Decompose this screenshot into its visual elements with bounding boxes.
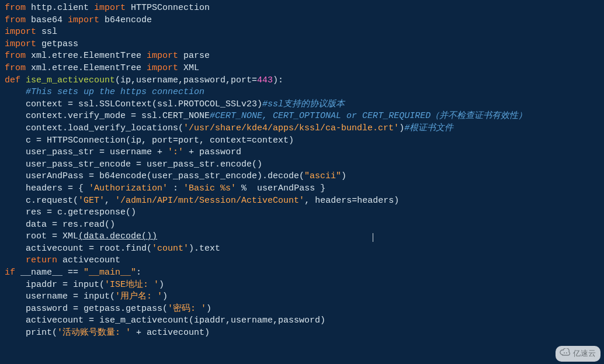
- code-line[interactable]: activecount = ise_m_activecount(ipaddr,u…: [5, 315, 599, 327]
- code-token: context.verify_mode = ssl.CERT_NONE: [26, 111, 210, 121]
- code-line[interactable]: print('活动账号数量: ' + activecount): [5, 327, 599, 339]
- code-token: username = input(: [26, 292, 115, 301]
- code-token: 'ISE地址: ': [105, 280, 159, 290]
- code-line[interactable]: context = ssl.SSLContext(ssl.PROTOCOL_SS…: [5, 99, 599, 111]
- code-line[interactable]: return activecount: [5, 255, 599, 267]
- code-token: #根证书文件: [404, 123, 453, 133]
- code-editor[interactable]: from http.client import HTTPSConnectionf…: [0, 0, 604, 342]
- code-token: password = getpass.getpass(: [26, 304, 168, 314]
- code-token: base64: [26, 15, 68, 25]
- code-line[interactable]: userAndPass = b64encode(user_pass_str_en…: [5, 171, 599, 183]
- code-token: ): [399, 123, 404, 133]
- code-token: from: [5, 63, 26, 73]
- svg-point-1: [566, 352, 567, 353]
- code-token: ).text: [189, 244, 220, 254]
- code-token: (ip,username,password,port=: [115, 75, 257, 85]
- code-token: 'count': [152, 244, 189, 254]
- code-token: '/admin/API/mnt/Session/ActiveCount': [115, 196, 304, 206]
- code-line[interactable]: headers = { 'Authorization' : 'Basic %s'…: [5, 183, 599, 195]
- code-line[interactable]: if __name__ == "__main__":: [5, 267, 599, 279]
- code-token: '活动账号数量: ': [57, 328, 131, 338]
- code-line[interactable]: user_pass_str_encode = user_pass_str.enc…: [5, 159, 599, 171]
- code-token: user_pass_str = username +: [26, 147, 168, 157]
- code-token: ): [159, 280, 164, 290]
- code-token: "__main__": [84, 268, 136, 278]
- code-token: from: [5, 3, 26, 13]
- code-token: :: [168, 183, 183, 193]
- code-line[interactable]: password = getpass.getpass('密码: '): [5, 303, 599, 316]
- code-token: ,: [105, 196, 115, 206]
- code-token: context.load_verify_locations(: [26, 123, 183, 133]
- code-token: c.request(: [26, 196, 78, 206]
- code-token: ipaddr = input(: [26, 280, 105, 290]
- code-line[interactable]: from http.client import HTTPSConnection: [5, 2, 599, 15]
- code-line[interactable]: context.load_verify_locations('/usr/shar…: [5, 123, 599, 135]
- code-token: if: [5, 268, 15, 278]
- code-line[interactable]: user_pass_str = username + ':' + passwor…: [5, 147, 599, 159]
- code-token: c = HTTPSConnection(ip, port=port, conte…: [26, 136, 294, 145]
- code-token: HTTPSConnection: [126, 3, 210, 13]
- code-token: user_pass_str_encode = user_pass_str.enc…: [26, 160, 262, 169]
- text-cursor: [373, 233, 374, 242]
- code-token: import: [94, 3, 126, 13]
- code-line[interactable]: c = HTTPSConnection(ip, port=port, conte…: [5, 135, 599, 147]
- svg-point-0: [564, 352, 565, 353]
- code-token: import: [68, 15, 99, 25]
- code-token: ':': [168, 147, 183, 157]
- code-token: xml.etree.ElementTree: [26, 51, 147, 61]
- code-token: http.client: [26, 3, 94, 13]
- code-token: #CERT_NONE, CERT_OPTIONAL or CERT_REQUIR…: [210, 111, 527, 121]
- watermark-badge: 亿速云: [556, 346, 600, 362]
- code-token: import: [5, 27, 36, 37]
- code-token: res = c.getresponse(): [26, 207, 136, 217]
- code-token: ise_m_activecount: [26, 75, 115, 85]
- code-token: ssl: [36, 27, 57, 37]
- code-token: 'Authorization': [89, 183, 168, 193]
- code-token: 'GET': [78, 196, 105, 206]
- code-token: ): [341, 171, 346, 181]
- code-token: ): [206, 304, 211, 314]
- code-token: import: [5, 39, 36, 49]
- code-line[interactable]: import ssl: [5, 26, 599, 39]
- watermark-text: 亿速云: [573, 348, 596, 360]
- code-token: activecount = root.find(: [26, 244, 152, 254]
- code-token: from: [5, 15, 26, 25]
- code-token: + activecount): [131, 328, 210, 338]
- code-line[interactable]: import getpass: [5, 39, 599, 51]
- code-token: context = ssl.SSLContext(ssl.PROTOCOL_SS…: [26, 99, 262, 109]
- code-line[interactable]: res = c.getresponse(): [5, 207, 599, 219]
- code-line[interactable]: activecount = root.find('count').text: [5, 243, 599, 255]
- code-token: '/usr/share/kde4/apps/kssl/ca-bundle.crt…: [183, 123, 399, 133]
- code-token: print(: [26, 328, 57, 338]
- code-token: % userAndPass }: [236, 183, 325, 193]
- code-token: '密码: ': [168, 304, 206, 314]
- code-token: import: [147, 51, 178, 61]
- code-line[interactable]: from xml.etree.ElementTree import XML: [5, 63, 599, 75]
- code-line[interactable]: c.request('GET', '/admin/API/mnt/Session…: [5, 195, 599, 207]
- code-line[interactable]: #This sets up the https connection: [5, 86, 599, 99]
- code-line[interactable]: from base64 import b64encode: [5, 15, 599, 27]
- code-line[interactable]: def ise_m_activecount(ip,username,passwo…: [5, 75, 599, 87]
- code-token: ):: [273, 75, 283, 85]
- code-token: return: [26, 255, 57, 265]
- code-line[interactable]: context.verify_mode = ssl.CERT_NONE#CERT…: [5, 110, 599, 123]
- code-line[interactable]: root = XML(data.decode()): [5, 231, 599, 243]
- code-token: from: [5, 51, 26, 61]
- code-token: import: [147, 63, 178, 73]
- code-token: parse: [178, 51, 210, 61]
- code-token: __name__ ==: [15, 268, 84, 278]
- code-token: xml.etree.ElementTree: [26, 63, 147, 73]
- code-token: getpass: [36, 39, 78, 49]
- code-line[interactable]: from xml.etree.ElementTree import parse: [5, 50, 599, 63]
- code-line[interactable]: ipaddr = input('ISE地址: '): [5, 279, 599, 292]
- code-line[interactable]: data = res.read(): [5, 219, 599, 231]
- code-token: + password: [183, 147, 241, 157]
- code-line[interactable]: username = input('用户名: '): [5, 291, 599, 303]
- code-token: (data.decode()): [78, 231, 157, 241]
- code-token: , headers=headers): [304, 196, 399, 206]
- code-token: '用户名: ': [115, 292, 162, 301]
- code-token: 'Basic %s': [183, 183, 236, 193]
- code-token: headers = {: [26, 183, 89, 193]
- code-token: userAndPass = b64encode(user_pass_str_en…: [26, 171, 304, 181]
- code-token: activecount: [57, 255, 120, 265]
